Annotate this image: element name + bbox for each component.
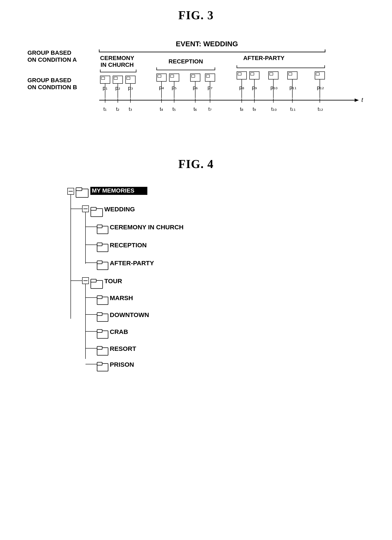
- tour-folder-icon: [91, 279, 103, 289]
- p1-label: p₁: [103, 85, 108, 91]
- group-a-line1: GROUP BASED: [27, 50, 71, 56]
- svg-rect-7: [97, 243, 102, 246]
- ceremony-folder-icon: [97, 225, 108, 234]
- t3-label: t₃: [129, 106, 132, 112]
- event-brace: [99, 50, 325, 52]
- prison-folder-icon: [97, 362, 108, 371]
- afterparty-label-line1: AFTER-PARTY: [243, 55, 284, 61]
- svg-rect-17: [97, 330, 102, 332]
- p7-label: p₇: [207, 85, 212, 90]
- prison-label: PRISON: [110, 361, 134, 368]
- svg-rect-11: [91, 279, 96, 282]
- svg-rect-21: [97, 362, 102, 365]
- reception-folder-icon: [97, 243, 108, 252]
- svg-rect-5: [97, 225, 102, 228]
- afterparty-folder-icon: [97, 261, 108, 270]
- photo-p5-inner: [170, 75, 174, 77]
- root-folder-icon: [76, 188, 88, 197]
- timeline-t-label: t: [361, 97, 363, 103]
- downtown-folder-icon: [97, 313, 108, 321]
- reception-label: RECEPTION: [168, 58, 203, 65]
- p11-label: p₁₁: [289, 85, 296, 90]
- fig3-section: FIG. 3 GROUP BASED ON CONDITION A GROUP …: [0, 0, 392, 153]
- photo-p11-inner: [289, 73, 292, 75]
- crab-folder-icon: [97, 330, 108, 338]
- ceremony-label-line2: IN CHURCH: [100, 61, 134, 68]
- photo-p10-inner: [270, 73, 273, 75]
- svg-rect-15: [97, 313, 102, 315]
- svg-rect-3: [91, 207, 96, 210]
- tour-label: TOUR: [104, 278, 122, 285]
- event-label: EVENT: WEDDING: [176, 40, 238, 48]
- t9-label: t₉: [253, 106, 256, 112]
- fig3-diagram: GROUP BASED ON CONDITION A GROUP BASED O…: [25, 35, 384, 140]
- group-b-line1: GROUP BASED: [27, 77, 71, 84]
- reception-brace: [157, 67, 215, 70]
- svg-rect-19: [97, 346, 102, 349]
- reception-label: RECEPTION: [110, 242, 147, 249]
- p3-label: p₃: [128, 85, 133, 91]
- p5-label: p₅: [172, 85, 176, 90]
- resort-folder-icon: [97, 346, 108, 355]
- p10-label: p₁₀: [270, 85, 277, 90]
- fig4-title: FIG. 4: [13, 157, 379, 171]
- svg-rect-9: [97, 261, 102, 264]
- resort-label: RESORT: [110, 345, 136, 352]
- t5-label: t₅: [172, 106, 176, 112]
- t4-label: t₄: [160, 106, 163, 112]
- fig3-title: FIG. 3: [13, 9, 379, 22]
- p4-label: p₄: [159, 85, 164, 90]
- t12-label: t₁₂: [318, 106, 323, 112]
- p12-label: p₁₂: [317, 85, 324, 90]
- afterparty-label: AFTER-PARTY: [110, 260, 154, 266]
- photo-p8-inner: [238, 73, 241, 75]
- fig4-diagram: MY MEMORIES WEDDING CEREMONY IN CHURCH: [55, 183, 392, 374]
- t6-label: t₆: [194, 106, 197, 112]
- fig4-section: FIG. 4 MY MEMORIES WEDDING: [0, 153, 392, 386]
- t2-label: t₂: [116, 106, 120, 112]
- downtown-label: DOWNTOWN: [110, 311, 149, 318]
- photo-p6-inner: [191, 75, 195, 77]
- crab-label: CRAB: [110, 328, 128, 335]
- ceremony-label: CEREMONY IN CHURCH: [110, 224, 183, 230]
- p6-label: p₆: [193, 85, 198, 90]
- group-b-line2: ON CONDITION B: [27, 84, 77, 90]
- ceremony-brace: [100, 70, 136, 72]
- photo-p9-inner: [250, 73, 254, 75]
- photo-p2-inner: [114, 77, 117, 80]
- p9-label: p₉: [252, 85, 257, 90]
- photo-p4-inner: [158, 75, 161, 77]
- t7-label: t₇: [208, 106, 212, 112]
- wedding-label: WEDDING: [104, 206, 135, 213]
- p8-label: p₈: [239, 85, 244, 90]
- ceremony-label-line1: CEREMONY: [100, 55, 134, 61]
- marsh-label: MARSH: [110, 295, 133, 301]
- t1-label: t₁: [103, 106, 107, 112]
- afterparty-brace: [237, 65, 325, 68]
- wedding-folder-icon: [91, 207, 103, 217]
- marsh-folder-icon: [97, 296, 108, 305]
- p2-label: p₂: [115, 85, 120, 91]
- t11-label: t₁₁: [290, 106, 296, 112]
- timeline-arrow: [355, 99, 359, 102]
- t8-label: t₈: [240, 106, 244, 112]
- photo-p12-inner: [316, 73, 319, 75]
- t10-label: t₁₀: [271, 106, 277, 112]
- photo-p1-inner: [101, 77, 105, 80]
- photo-p3-inner: [127, 77, 130, 80]
- photo-p7-inner: [206, 75, 210, 77]
- group-a-line2: ON CONDITION A: [27, 56, 77, 63]
- svg-rect-13: [97, 296, 102, 299]
- root-label: MY MEMORIES: [92, 187, 134, 194]
- svg-rect-1: [76, 188, 82, 191]
